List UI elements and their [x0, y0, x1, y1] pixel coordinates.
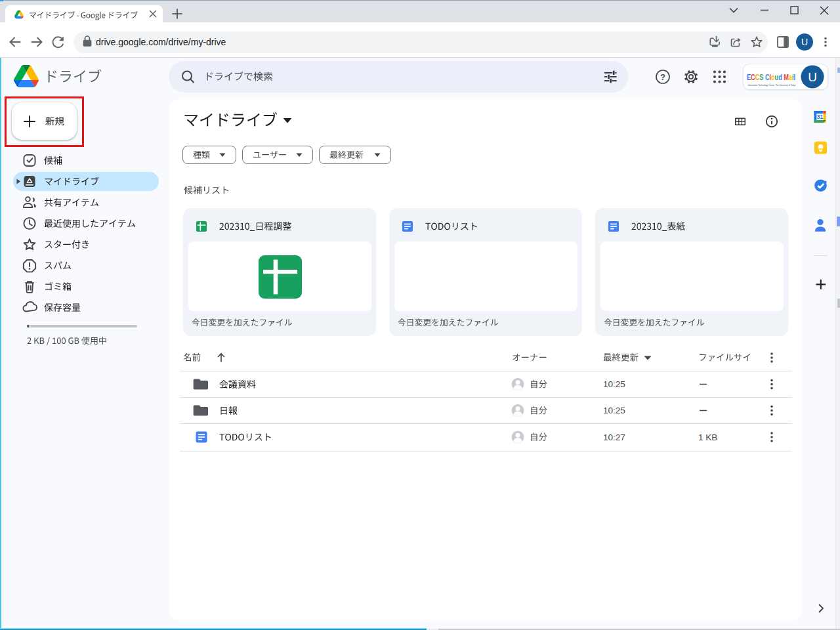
- svg-text:Information Technology Center,: Information Technology Center, The Unive…: [748, 84, 796, 87]
- svg-text:u: u: [775, 72, 779, 81]
- svg-text:10:25: 10:25: [603, 379, 625, 389]
- svg-text:M: M: [784, 72, 789, 81]
- svg-text:S: S: [759, 72, 763, 81]
- svg-text:o: o: [771, 72, 775, 81]
- svg-text:C: C: [765, 72, 770, 81]
- svg-text:U: U: [808, 70, 817, 84]
- svg-text:10:25: 10:25: [603, 406, 625, 415]
- svg-text:10:27: 10:27: [603, 432, 625, 442]
- svg-text:31: 31: [817, 114, 824, 120]
- svg-text:l: l: [793, 72, 795, 81]
- svg-text:drive.google.com/drive/my-driv: drive.google.com/drive/my-drive: [96, 37, 226, 47]
- svg-text:?: ?: [660, 72, 665, 82]
- svg-text:C: C: [751, 72, 755, 81]
- svg-text:d: d: [778, 72, 782, 81]
- svg-text:E: E: [747, 72, 751, 81]
- svg-text:U: U: [801, 37, 808, 47]
- svg-text:C: C: [755, 72, 760, 81]
- svg-text:1 KB: 1 KB: [698, 432, 717, 442]
